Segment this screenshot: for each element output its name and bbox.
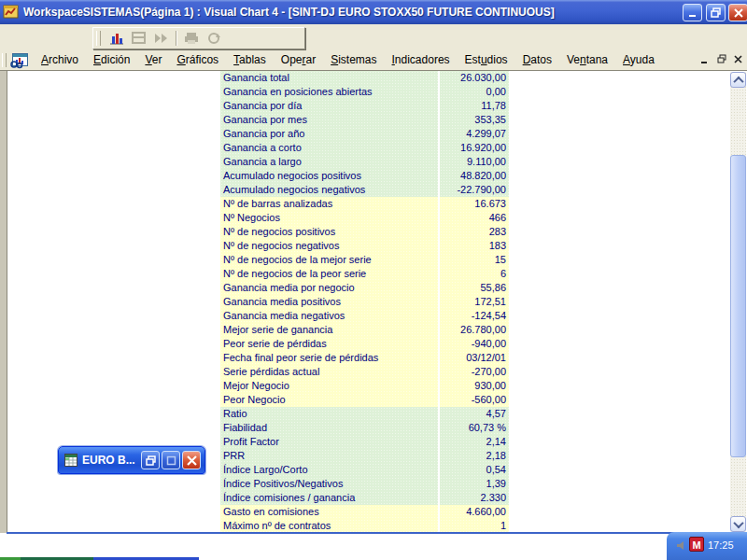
stat-value: 1,39 xyxy=(440,477,509,491)
stat-label: Máximo nº de contratos xyxy=(220,519,438,533)
scroll-up-button[interactable] xyxy=(730,72,746,88)
table-row[interactable]: Fecha final peor serie de pérdidas 03/12… xyxy=(220,351,509,365)
close-button[interactable] xyxy=(728,4,747,21)
stat-label: Serie pérdidas actual xyxy=(220,365,438,379)
menu-item[interactable]: Operar xyxy=(274,50,323,70)
disabled-print-button[interactable] xyxy=(180,30,203,47)
stat-label: Nº de barras analizadas xyxy=(220,197,438,211)
table-row[interactable]: Ganancia media positivos 172,51 xyxy=(220,295,509,309)
table-row[interactable]: Nº de negocios negativos 183 xyxy=(220,239,509,253)
table-row[interactable]: Acumulado negocios positivos 48.820,00 xyxy=(220,169,509,183)
child-window-icon[interactable] xyxy=(9,52,30,69)
table-row[interactable]: Ganancia total 26.030,00 xyxy=(220,71,509,85)
table-row[interactable]: Índice Positivos/Negativos 1,39 xyxy=(220,477,509,491)
stat-value: 26.780,00 xyxy=(440,323,509,337)
table-row[interactable]: Fiabilidad 60,73 % xyxy=(220,421,509,435)
table-row[interactable]: PRR 2,18 xyxy=(220,449,509,463)
table-row[interactable]: Nº de negocios de la mejor serie 15 xyxy=(220,253,509,267)
table-row[interactable]: Mejor serie de ganancia 26.780,00 xyxy=(220,323,509,337)
mdi-restore-button[interactable] xyxy=(714,52,728,65)
menu-item[interactable]: Ver xyxy=(137,50,169,70)
stat-value: -940,00 xyxy=(440,337,509,351)
table-row[interactable]: Nº de negocios de la peor serie 6 xyxy=(220,267,509,281)
table-row[interactable]: Nº de negocios positivos 283 xyxy=(220,225,509,239)
minimized-window-euro[interactable]: EURO B... xyxy=(58,446,205,474)
mdi-minimize-button[interactable] xyxy=(698,52,712,65)
stat-label: Profit Factor xyxy=(220,435,438,449)
minimize-button[interactable] xyxy=(683,4,702,21)
scroll-down-button[interactable] xyxy=(730,516,746,532)
menu-item[interactable]: Ventana xyxy=(559,50,615,70)
table-row[interactable]: Ganancia por día 11,78 xyxy=(220,99,509,113)
table-row[interactable]: Nº Negocios 466 xyxy=(220,211,509,225)
table-row[interactable]: Ganancia media negativos -124,54 xyxy=(220,309,509,323)
table-row[interactable]: Ratio 4,57 xyxy=(220,407,509,421)
mini-maximize-button[interactable] xyxy=(162,451,180,469)
menu-item[interactable]: Estudios xyxy=(458,50,515,70)
stat-value: 0,54 xyxy=(440,463,509,477)
table-row[interactable]: Serie pérdidas actual -270,00 xyxy=(220,365,509,379)
close-icon xyxy=(734,8,743,18)
disabled-refresh-button[interactable] xyxy=(203,30,225,47)
toolbar-grip[interactable] xyxy=(96,31,101,46)
stat-value: 6 xyxy=(440,267,509,281)
speaker-icon[interactable] xyxy=(676,540,687,551)
restore-button[interactable] xyxy=(706,4,726,21)
mdi-window-controls xyxy=(698,52,745,65)
table-row[interactable]: Índice Largo/Corto 0,54 xyxy=(220,463,509,477)
stat-label: Nº de negocios de la mejor serie xyxy=(220,253,438,267)
vertical-scrollbar[interactable] xyxy=(730,72,746,532)
maximize-icon xyxy=(166,455,176,466)
minimize-icon xyxy=(700,55,709,63)
table-row[interactable]: Ganancia a corto 16.920,00 xyxy=(220,141,509,155)
menu-item[interactable]: Ayuda xyxy=(615,50,662,70)
bar-chart-icon xyxy=(108,31,125,46)
messenger-tray-icon[interactable]: M xyxy=(689,537,704,552)
table-row[interactable]: Gasto en comisiones 4.660,00 xyxy=(220,505,509,519)
table-row[interactable]: Nº de barras analizadas 16.673 xyxy=(220,197,509,211)
table-row[interactable]: Profit Factor 2,14 xyxy=(220,435,509,449)
stat-label: Mejor Negocio xyxy=(220,379,438,393)
mini-close-button[interactable] xyxy=(182,451,201,469)
stat-label: Nº de negocios positivos xyxy=(220,225,438,239)
stat-label: Ratio xyxy=(220,407,438,421)
stat-value: 0,00 xyxy=(440,85,509,99)
table-row[interactable]: Mejor Negocio 930,00 xyxy=(220,379,509,393)
stat-label: Peor Negocio xyxy=(220,393,438,407)
menu-item[interactable]: Indicadores xyxy=(385,50,458,70)
stat-value: 26.030,00 xyxy=(440,71,509,85)
mini-restore-button[interactable] xyxy=(141,451,160,469)
stat-label: Acumulado negocios positivos xyxy=(220,169,438,183)
app-icon[interactable] xyxy=(3,4,20,21)
stat-value: 9.110,00 xyxy=(440,155,509,169)
menu-item[interactable]: Datos xyxy=(515,50,559,70)
table-row[interactable]: Acumulado negocios negativos -22.790,00 xyxy=(220,183,509,197)
menu-item[interactable]: Sistemas xyxy=(323,50,384,70)
chart-toolbar-button[interactable] xyxy=(106,30,128,47)
table-row[interactable]: Ganancia media por negocio 55,86 xyxy=(220,281,509,295)
menubar-grip[interactable] xyxy=(2,53,7,67)
taskbar-system-tray[interactable]: M 17:25 xyxy=(667,532,747,560)
menu-item[interactable]: Gráficos xyxy=(169,50,226,70)
window-title: WorkspaceSISTEMAS(Página 1) : Visual Cha… xyxy=(23,0,555,24)
disabled-forward-button[interactable] xyxy=(150,30,173,47)
menu-item[interactable]: Archivo xyxy=(34,50,86,70)
table-row[interactable]: Ganancia por año 4.299,07 xyxy=(220,127,509,141)
table-row[interactable]: Ganancia por mes 353,35 xyxy=(220,113,509,127)
close-icon xyxy=(187,455,197,466)
table-row[interactable]: Ganancia a largo 9.110,00 xyxy=(220,155,509,169)
table-row[interactable]: Máximo nº de contratos 1 xyxy=(220,519,509,533)
clock[interactable]: 17:25 xyxy=(708,532,734,558)
stat-value: 930,00 xyxy=(440,379,509,393)
table-row[interactable]: Peor Negocio -560,00 xyxy=(220,393,509,407)
menu-item[interactable]: Tablas xyxy=(226,50,274,70)
table-row[interactable]: Peor serie de pérdidas -940,00 xyxy=(220,337,509,351)
mdi-close-button[interactable] xyxy=(731,52,745,65)
minimize-icon xyxy=(688,8,698,18)
table-row[interactable]: Ganancia en posiciones abiertas 0,00 xyxy=(220,85,509,99)
menu-item[interactable]: Edición xyxy=(86,50,137,70)
scrollbar-thumb[interactable] xyxy=(730,155,746,457)
restore-icon xyxy=(717,54,726,63)
disabled-table-button[interactable] xyxy=(128,30,150,47)
table-row[interactable]: Índice comisiones / ganancia 2.330 xyxy=(220,491,509,505)
